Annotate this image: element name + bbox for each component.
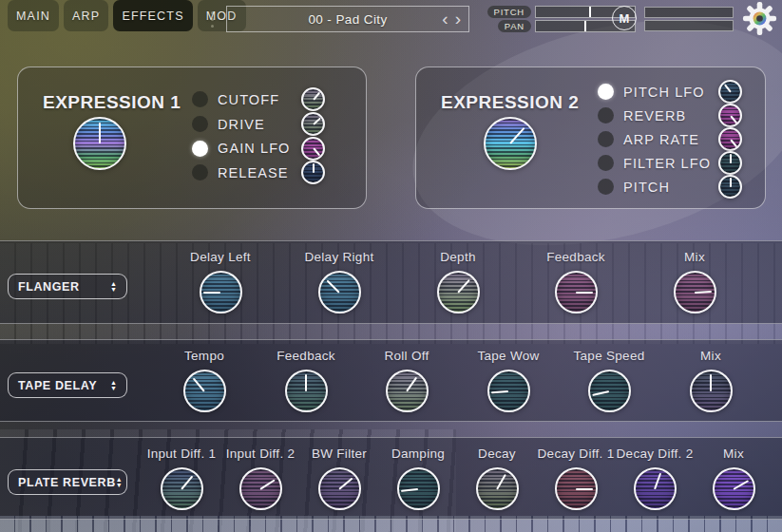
knob-group-plate-reverb-mix: Mix bbox=[681, 446, 782, 510]
dropdown-down-icon: ▼ bbox=[116, 483, 123, 488]
option-knob-gain-lfo[interactable] bbox=[301, 137, 325, 161]
knob-pointer bbox=[313, 92, 320, 101]
knob-group-flanger-mix: Mix bbox=[642, 249, 747, 314]
knob-tape-delay-feedback[interactable] bbox=[285, 370, 328, 412]
effect-selector-label: TAPE DELAY bbox=[18, 379, 97, 392]
effect-selector-label: FLANGER bbox=[18, 280, 80, 294]
tab-arp[interactable]: ARP bbox=[64, 0, 108, 31]
expression-1-options: CUTOFFDRIVEGAIN LFORELEASE bbox=[192, 87, 325, 185]
option-knob-arp-rate[interactable] bbox=[718, 127, 742, 151]
option-radio-filter-lfo[interactable] bbox=[598, 155, 614, 171]
expression-1-main-knob[interactable] bbox=[73, 117, 126, 170]
option-knob-pitch[interactable] bbox=[718, 175, 742, 199]
option-row-gain-lfo: GAIN LFO bbox=[192, 136, 325, 161]
knob-group-tape-delay-tape-speed: Tape Speed bbox=[557, 348, 661, 412]
knob-pointer bbox=[496, 473, 506, 489]
knob-pointer bbox=[259, 479, 275, 489]
knob-tape-delay-tape-wow[interactable] bbox=[487, 370, 530, 412]
option-knob-drive[interactable] bbox=[301, 112, 325, 136]
knob-flanger-delay-right[interactable] bbox=[318, 271, 361, 314]
option-row-release: RELEASE bbox=[192, 161, 325, 185]
meter-bar bbox=[644, 7, 734, 18]
knob-pointer bbox=[313, 163, 315, 173]
knob-pointer bbox=[181, 475, 193, 489]
option-row-reverb: REVERB bbox=[598, 104, 742, 127]
knob-pointer bbox=[710, 374, 712, 391]
effect-selector-flanger[interactable]: FLANGER ▲ ▼ bbox=[8, 274, 127, 299]
pan-slider-thumb[interactable] bbox=[584, 21, 586, 31]
plugin-window: MAINARPEFFECTSMOD 00 - Pad City ‹ › PITC… bbox=[0, 0, 782, 532]
knob-group-flanger-depth: Depth bbox=[406, 249, 510, 314]
effect-selector-tape-delay[interactable]: TAPE DELAY ▲ ▼ bbox=[8, 372, 127, 398]
pitch-slider-thumb[interactable] bbox=[589, 7, 591, 17]
expression-1-title: EXPRESSION 1 bbox=[43, 92, 181, 113]
option-radio-pitch[interactable] bbox=[598, 179, 614, 195]
option-knob-release[interactable] bbox=[301, 161, 325, 184]
knob-plate-reverb-bw-filter[interactable] bbox=[318, 467, 361, 510]
option-knob-reverb[interactable] bbox=[718, 104, 742, 127]
option-label-arp-rate: ARP RATE bbox=[623, 132, 699, 147]
knob-plate-reverb-decay-diff-1[interactable] bbox=[555, 467, 598, 510]
option-knob-pitch-lfo[interactable] bbox=[718, 80, 742, 104]
option-knob-filter-lfo[interactable] bbox=[718, 151, 742, 175]
expression-2-main-knob[interactable] bbox=[484, 117, 537, 170]
knob-tape-delay-tempo[interactable] bbox=[183, 370, 226, 412]
knob-tape-delay-tape-speed[interactable] bbox=[588, 370, 631, 412]
knob-tape-delay-roll-off[interactable] bbox=[386, 370, 429, 412]
knob-plate-reverb-decay[interactable] bbox=[476, 467, 519, 510]
knob-flanger-mix[interactable] bbox=[674, 271, 716, 314]
knob-plate-reverb-decay-diff-2[interactable] bbox=[634, 467, 677, 510]
option-radio-cutoff[interactable] bbox=[192, 91, 208, 107]
knob-pointer bbox=[734, 480, 750, 490]
tab-effects[interactable]: EFFECTS bbox=[113, 0, 192, 31]
settings-gear-icon[interactable] bbox=[742, 1, 777, 40]
knob-pointer bbox=[509, 127, 525, 144]
tab-main[interactable]: MAIN bbox=[8, 0, 59, 31]
output-meters bbox=[644, 7, 734, 31]
knob-label-tempo: Tempo bbox=[152, 348, 257, 365]
expression-1-panel: EXPRESSION 1 CUTOFFDRIVEGAIN LFORELEASE bbox=[17, 66, 367, 209]
preset-next-icon[interactable]: › bbox=[455, 10, 461, 28]
knob-group-tape-delay-feedback: Feedback bbox=[254, 348, 358, 412]
knob-plate-reverb-input-diff-1[interactable] bbox=[161, 467, 203, 510]
expression-1-main-knob-wrap bbox=[73, 117, 126, 170]
knob-label-mix: Mix bbox=[658, 348, 763, 365]
effect-selector-plate-reverb[interactable]: PLATE REVERB ▲ ▼ bbox=[8, 469, 127, 495]
knob-pointer bbox=[730, 139, 737, 147]
meter-bar bbox=[644, 20, 734, 31]
option-knob-cutoff[interactable] bbox=[301, 87, 325, 111]
knob-label-roll-off: Roll Off bbox=[354, 348, 459, 365]
option-row-arp-rate: ARP RATE bbox=[598, 127, 742, 151]
knob-plate-reverb-input-diff-2[interactable] bbox=[239, 467, 282, 510]
option-radio-pitch-lfo[interactable] bbox=[598, 84, 614, 100]
option-radio-reverb[interactable] bbox=[598, 107, 614, 124]
preset-name: 00 - Pad City bbox=[308, 12, 387, 27]
knob-pointer bbox=[730, 178, 732, 187]
option-label-release: RELEASE bbox=[218, 165, 289, 180]
pitch-label-pill: PITCH bbox=[487, 6, 532, 18]
expression-2-main-knob-wrap bbox=[484, 117, 537, 170]
knob-flanger-depth[interactable] bbox=[437, 271, 480, 314]
mono-button[interactable]: M bbox=[612, 6, 637, 30]
option-radio-drive[interactable] bbox=[192, 116, 208, 132]
pan-label: PAN bbox=[487, 20, 531, 32]
knob-pointer bbox=[491, 390, 508, 393]
expression-2-panel: EXPRESSION 2 PITCH LFOREVERBARP RATEFILT… bbox=[415, 66, 766, 209]
knob-pointer bbox=[654, 472, 661, 489]
option-radio-gain-lfo[interactable] bbox=[192, 141, 208, 157]
option-radio-release[interactable] bbox=[192, 164, 208, 180]
preset-selector[interactable]: 00 - Pad City ‹ › bbox=[226, 6, 469, 32]
option-radio-arp-rate[interactable] bbox=[598, 131, 614, 147]
knob-pointer bbox=[305, 374, 307, 391]
option-label-reverb: REVERB bbox=[623, 108, 686, 124]
knob-plate-reverb-damping[interactable] bbox=[397, 467, 440, 510]
knob-flanger-feedback[interactable] bbox=[555, 271, 598, 314]
knob-pointer bbox=[592, 390, 609, 396]
option-label-filter-lfo: FILTER LFO bbox=[623, 156, 711, 171]
knob-label-mix: Mix bbox=[681, 446, 782, 463]
knob-pointer bbox=[457, 278, 470, 293]
knob-plate-reverb-mix[interactable] bbox=[713, 467, 755, 510]
knob-tape-delay-mix[interactable] bbox=[690, 370, 733, 412]
knob-flanger-delay-left[interactable] bbox=[200, 271, 242, 314]
preset-prev-icon[interactable]: ‹ bbox=[442, 10, 448, 28]
